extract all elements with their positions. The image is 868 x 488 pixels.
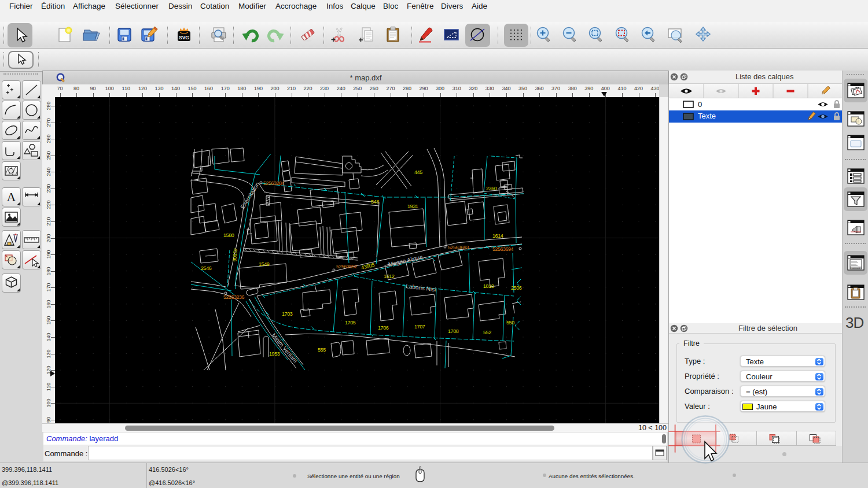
svg-text:1549: 1549: [259, 261, 270, 267]
svg-text:52563692: 52563692: [336, 264, 357, 269]
svg-text:52563236: 52563236: [223, 294, 244, 300]
svg-text:1707: 1707: [414, 324, 425, 330]
svg-text:2506: 2506: [511, 285, 522, 291]
svg-text:1614: 1614: [492, 233, 503, 239]
svg-text:1708: 1708: [448, 328, 459, 334]
svg-text:1705: 1705: [345, 320, 356, 326]
svg-text:52563284: 52563284: [263, 180, 284, 186]
svg-text:A: A: [7, 190, 16, 204]
svg-text:1706: 1706: [378, 325, 389, 331]
svg-text:445: 445: [414, 169, 422, 175]
svg-text:1810: 1810: [483, 283, 494, 289]
svg-text:1953: 1953: [269, 351, 280, 357]
svg-text:1612: 1612: [384, 273, 395, 279]
svg-text:52563694: 52563694: [492, 246, 513, 252]
svg-text:1931: 1931: [407, 204, 418, 209]
svg-text:SVG: SVG: [179, 35, 189, 40]
svg-text:550: 550: [506, 320, 514, 326]
svg-text:2546: 2546: [201, 265, 212, 271]
svg-text:1703: 1703: [282, 311, 293, 317]
svg-text:43506: 43506: [231, 248, 238, 262]
svg-text:555: 555: [318, 347, 326, 353]
svg-text:1580: 1580: [223, 232, 234, 238]
svg-text:552: 552: [483, 330, 491, 335]
svg-text:548: 548: [371, 199, 379, 205]
svg-text:52563693: 52563693: [448, 245, 469, 250]
svg-text:command: command: [852, 267, 860, 269]
svg-text:2360: 2360: [486, 186, 497, 191]
